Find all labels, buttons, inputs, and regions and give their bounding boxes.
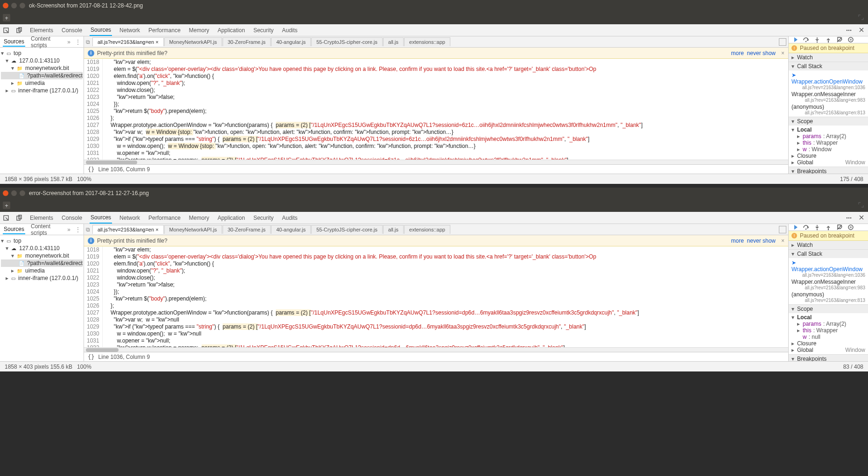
editor-tab[interactable]: 30-ZeroFrame.js <box>223 37 271 46</box>
history-icon[interactable]: ⧉ <box>86 226 90 233</box>
devtools-tab-application[interactable]: Application <box>217 25 246 35</box>
scope-global[interactable]: ▸GlobalWindow <box>791 159 866 166</box>
editor-tab[interactable]: all.js?rev=2163&lang=en × <box>92 37 164 46</box>
resume-icon[interactable] <box>791 224 798 231</box>
devtools-tab-sources[interactable]: Sources <box>90 212 112 224</box>
scope-var[interactable]: ▸w: Window <box>791 146 866 153</box>
tree-item[interactable]: ▾top <box>1 237 83 245</box>
navigator-tab-sources[interactable]: Sources <box>3 225 25 234</box>
callstack-frame[interactable]: Wrapper.onMessageInnerall.js?rev=2163&la… <box>791 278 866 291</box>
devtools-tab-elements[interactable]: Elements <box>29 25 54 35</box>
deact-icon[interactable] <box>836 36 843 43</box>
source-text[interactable]: "kw">var elem; elem = $("<div class='ope… <box>103 59 788 160</box>
infobar-never-show-link[interactable]: never show <box>747 238 776 244</box>
tree-item[interactable]: ?path=/wallet&redirect=/wa <box>1 259 83 267</box>
pause-exc-icon[interactable] <box>847 36 854 43</box>
section-scope[interactable]: ▾Scope <box>789 305 868 313</box>
editor-tab[interactable]: all.js?rev=2163&lang=en × <box>92 225 164 234</box>
step-over-icon[interactable] <box>803 36 809 43</box>
devtools-tab-performance[interactable]: Performance <box>147 213 182 223</box>
step-out-icon[interactable] <box>825 224 832 231</box>
inspect-element-icon[interactable] <box>3 27 9 34</box>
scope-local[interactable]: ▾Local <box>791 314 866 321</box>
devtools-tab-memory[interactable]: Memory <box>188 25 210 35</box>
devtools-tab-audits[interactable]: Audits <box>281 213 298 223</box>
fullscreen-icon[interactable] <box>858 202 865 209</box>
window-maximize-button[interactable] <box>20 190 25 196</box>
tree-item[interactable]: ▸uimedia <box>1 79 83 87</box>
more-icon[interactable] <box>846 215 852 221</box>
editor-tab[interactable]: extensions::app <box>404 37 450 46</box>
editor-tab[interactable]: 55-CryptoJS-cipher-core.js <box>311 37 383 46</box>
editor-more-icon[interactable] <box>779 226 786 233</box>
device-toolbar-icon[interactable] <box>16 215 22 221</box>
tree-item[interactable]: ▾top <box>1 49 83 57</box>
navigator-more-icon[interactable]: » <box>67 39 70 45</box>
scope-closure[interactable]: ▸Closure <box>791 340 866 347</box>
pause-exc-icon[interactable] <box>847 224 854 231</box>
devtools-tab-sources[interactable]: Sources <box>90 25 112 36</box>
inspect-element-icon[interactable] <box>3 215 9 221</box>
line-gutter[interactable]: 1018101910201021102210231024102510261027… <box>84 59 103 160</box>
close-icon[interactable]: × <box>781 238 784 244</box>
more-icon[interactable] <box>846 27 852 34</box>
scope-local[interactable]: ▾Local <box>791 126 866 133</box>
window-maximize-button[interactable] <box>20 3 25 8</box>
editor-tab[interactable]: extensions::app <box>404 225 450 234</box>
horizontal-scrollbar[interactable] <box>84 347 788 352</box>
callstack-frame[interactable]: Wrapper.onMessageInnerall.js?rev=2163&la… <box>791 91 866 103</box>
fullscreen-icon[interactable] <box>858 14 865 21</box>
window-minimize-button[interactable] <box>11 3 17 8</box>
window-minimize-button[interactable] <box>11 190 17 196</box>
new-tab-button[interactable]: + <box>3 14 10 21</box>
editor-tab[interactable]: all.js <box>383 225 404 234</box>
infobar-more-link[interactable]: more <box>731 50 744 56</box>
devtools-tab-console[interactable]: Console <box>61 213 83 223</box>
navigator-more-icon[interactable]: » <box>67 226 70 233</box>
device-toolbar-icon[interactable] <box>16 27 22 34</box>
callstack-frame[interactable]: ➤ Wrapper.actionOpenWindowall.js?rev=216… <box>791 71 866 91</box>
section-scope[interactable]: ▾Scope <box>789 117 868 126</box>
editor-tab[interactable]: 30-ZeroFrame.js <box>223 225 271 234</box>
step-into-icon[interactable] <box>814 224 820 231</box>
editor-more-icon[interactable] <box>779 38 786 46</box>
source-text[interactable]: "kw">var elem; elem = $("<div class='ope… <box>103 246 788 347</box>
infobar-never-show-link[interactable]: never show <box>747 50 776 56</box>
section-watch[interactable]: ▸Watch <box>789 53 868 62</box>
close-icon[interactable]: × <box>781 50 784 56</box>
scope-var[interactable]: ▸params: Array(2) <box>791 133 866 140</box>
callstack-frame[interactable]: (anonymous)all.js?rev=2163&lang=en:813 <box>791 103 866 116</box>
code-editor[interactable]: 1018101910201021102210231024102510261027… <box>84 246 788 347</box>
devtools-tab-console[interactable]: Console <box>61 25 83 35</box>
devtools-close-icon[interactable] <box>859 27 865 34</box>
history-icon[interactable]: ⧉ <box>86 39 90 45</box>
scope-var[interactable]: w: null <box>791 334 866 340</box>
code-editor[interactable]: 1018101910201021102210231024102510261027… <box>84 59 788 160</box>
tree-item[interactable]: ▾127.0.0.1:43110 <box>1 57 83 64</box>
editor-tab[interactable]: 40-angular.js <box>271 225 311 234</box>
more-icon[interactable]: ⋮ <box>75 226 81 233</box>
tree-item[interactable]: ▾127.0.0.1:43110 <box>1 245 83 252</box>
devtools-tab-security[interactable]: Security <box>252 25 274 35</box>
step-over-icon[interactable] <box>803 224 809 231</box>
infobar-more-link[interactable]: more <box>731 238 744 244</box>
editor-tab[interactable]: MoneyNetworkAPI.js <box>164 225 222 234</box>
horizontal-scrollbar[interactable] <box>84 160 788 164</box>
devtools-tab-network[interactable]: Network <box>119 25 141 35</box>
editor-tab[interactable]: 40-angular.js <box>271 37 311 46</box>
callstack-frame[interactable]: ➤ Wrapper.actionOpenWindowall.js?rev=216… <box>791 259 866 278</box>
scope-var[interactable]: ▸this: Wrapper <box>791 140 866 146</box>
devtools-tab-memory[interactable]: Memory <box>188 213 210 223</box>
tree-item[interactable]: ▸uimedia <box>1 267 83 274</box>
devtools-tab-application[interactable]: Application <box>217 213 246 223</box>
resume-icon[interactable] <box>791 36 798 43</box>
tree-item[interactable]: ▾moneynetwork.bit <box>1 64 83 72</box>
window-close-button[interactable] <box>3 190 8 196</box>
section-callstack[interactable]: ▾Call Stack <box>789 62 868 70</box>
editor-tab[interactable]: MoneyNetworkAPI.js <box>164 37 222 46</box>
scope-var[interactable]: ▸this: Wrapper <box>791 327 866 334</box>
scope-global[interactable]: ▸GlobalWindow <box>791 347 866 353</box>
tree-item[interactable]: ?path=/wallet&redirect=/wa <box>1 72 83 79</box>
step-into-icon[interactable] <box>814 36 820 43</box>
editor-tab[interactable]: all.js <box>383 37 404 46</box>
